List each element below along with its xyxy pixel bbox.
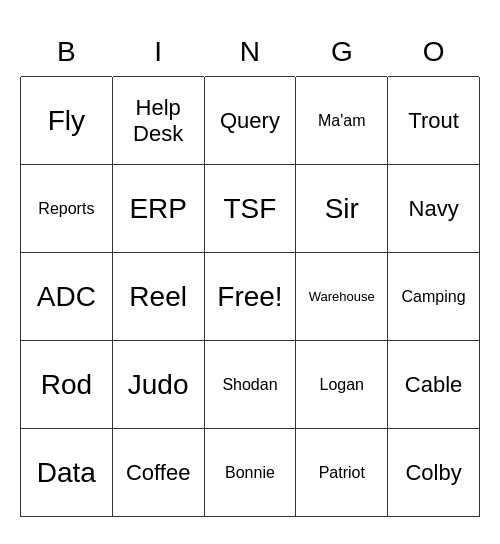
bingo-cell: Judo	[112, 341, 204, 429]
header-cell: G	[296, 27, 388, 77]
bingo-cell: Rod	[21, 341, 113, 429]
bingo-cell: Data	[21, 429, 113, 517]
header-cell: O	[388, 27, 480, 77]
bingo-cell: Logan	[296, 341, 388, 429]
bingo-cell: Sir	[296, 165, 388, 253]
bingo-cell: Ma'am	[296, 77, 388, 165]
table-row: RodJudoShodanLoganCable	[21, 341, 480, 429]
bingo-cell: Patriot	[296, 429, 388, 517]
bingo-cell: Colby	[388, 429, 480, 517]
bingo-body: FlyHelp DeskQueryMa'amTroutReportsERPTSF…	[21, 77, 480, 517]
bingo-table: BINGO FlyHelp DeskQueryMa'amTroutReports…	[20, 27, 480, 518]
bingo-cell: Navy	[388, 165, 480, 253]
header-cell: B	[21, 27, 113, 77]
bingo-cell: Reel	[112, 253, 204, 341]
bingo-cell: Shodan	[204, 341, 296, 429]
bingo-cell: Query	[204, 77, 296, 165]
bingo-cell: Fly	[21, 77, 113, 165]
bingo-cell: Free!	[204, 253, 296, 341]
bingo-cell: Reports	[21, 165, 113, 253]
bingo-cell: Bonnie	[204, 429, 296, 517]
bingo-cell: ERP	[112, 165, 204, 253]
bingo-cell: Coffee	[112, 429, 204, 517]
table-row: ReportsERPTSFSirNavy	[21, 165, 480, 253]
bingo-cell: Cable	[388, 341, 480, 429]
bingo-cell: Help Desk	[112, 77, 204, 165]
table-row: ADCReelFree!WarehouseCamping	[21, 253, 480, 341]
table-row: DataCoffeeBonniePatriotColby	[21, 429, 480, 517]
bingo-cell: Camping	[388, 253, 480, 341]
bingo-cell: Trout	[388, 77, 480, 165]
bingo-card: BINGO FlyHelp DeskQueryMa'amTroutReports…	[20, 27, 480, 518]
bingo-cell: Warehouse	[296, 253, 388, 341]
bingo-cell: ADC	[21, 253, 113, 341]
table-row: FlyHelp DeskQueryMa'amTrout	[21, 77, 480, 165]
bingo-cell: TSF	[204, 165, 296, 253]
header-cell: N	[204, 27, 296, 77]
header-cell: I	[112, 27, 204, 77]
header-row: BINGO	[21, 27, 480, 77]
